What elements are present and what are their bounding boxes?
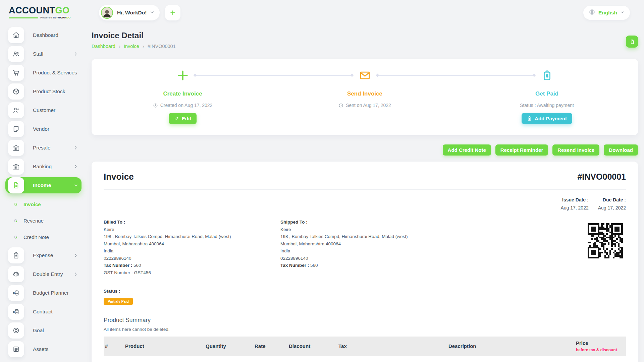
billed-to-name: Keire — [104, 226, 280, 233]
due-date-value: Aug 17, 2022 — [598, 205, 626, 210]
scale-icon — [8, 266, 24, 282]
sidebar-item-dashboard[interactable]: Dashboard — [5, 27, 82, 43]
invoice-timeline-card: Create Invoice Created on Aug 17, 2022 E… — [92, 59, 638, 135]
cell-discount: 0.00$ — [286, 356, 336, 362]
product-summary-note: All items here cannot be deleted. — [104, 327, 626, 332]
edit-invoice-button[interactable]: Edit — [169, 113, 197, 124]
timeline-connector — [377, 75, 535, 76]
billed-to-country: India — [104, 247, 280, 255]
chevron-down-icon — [620, 10, 625, 16]
breadcrumb-dashboard[interactable]: Dashboard — [92, 44, 115, 49]
main-content: Hi, WorkDo! English Invoice Detail Dashb… — [86, 0, 644, 362]
timeline-step-detail: Sent on Aug 17, 2022 — [274, 103, 456, 108]
timeline-step-title: Create Invoice — [92, 90, 274, 97]
language-selector[interactable]: English — [583, 6, 630, 20]
archive-icon — [8, 341, 24, 357]
shipped-to-address1: 198 , Bombay Talkies Compd, Himanshurai … — [280, 233, 584, 240]
sidebar-item-label: Contract — [33, 309, 53, 315]
cell-rate: 90.00$ — [252, 356, 286, 362]
users-icon — [8, 46, 24, 62]
sidebar-item-product-services[interactable]: Product & Services — [5, 65, 82, 81]
sidebar-item-assets[interactable]: Assets — [5, 341, 82, 357]
income-submenu: Invoice Revenue Credit Note — [5, 196, 82, 247]
sidebar-item-budget-planner[interactable]: Budget Planner — [5, 285, 82, 301]
invoice-dates: Issue Date : Aug 17, 2022 Due Date : Aug… — [104, 197, 626, 210]
timeline-step-detail: Created on Aug 17, 2022 — [92, 103, 274, 108]
cell-product: Bicycle Accessories — [122, 356, 203, 362]
sidebar-item-double-entry[interactable]: Double Entry — [5, 266, 82, 282]
product-row: 1 Bicycle Accessories 1 (Pc) 90.00$ 0.00… — [104, 356, 626, 362]
sidebar-item-label: Budget Planner — [33, 290, 69, 296]
cell-tax: CGST (5.5%) 4.95$ — [336, 356, 446, 362]
sidebar-item-goal[interactable]: Goal — [5, 322, 82, 339]
product-table: # Product Quantity Rate Discount Tax Des… — [104, 337, 626, 362]
qr-code — [584, 220, 626, 261]
sidebar-item-label: Expense — [33, 252, 53, 258]
language-label: English — [598, 10, 617, 16]
submenu-item-invoice[interactable]: Invoice — [14, 197, 82, 211]
price-note: before tax & discount — [576, 348, 623, 352]
sidebar-item-contract[interactable]: Contract — [5, 304, 82, 320]
sidebar-item-customer[interactable]: Customer — [5, 102, 82, 118]
page-header: Invoice Detail Dashboard › Invoice › #IN… — [92, 31, 638, 49]
sidebar-item-staff[interactable]: Staff — [5, 46, 82, 62]
user-menu[interactable]: Hi, WorkDo! — [99, 5, 160, 20]
breadcrumb-current: #INVO00001 — [148, 44, 176, 49]
sidebar-item-product-stock[interactable]: Product Stock — [5, 83, 82, 100]
coins-icon — [8, 304, 24, 320]
page-title: Invoice Detail — [92, 31, 638, 40]
chevron-right-icon — [73, 253, 78, 258]
plus-icon — [169, 9, 176, 16]
status-badge: Partialy Paid — [104, 298, 133, 305]
issue-date-value: Aug 17, 2022 — [560, 205, 588, 210]
timeline-step-title: Send Invoice — [274, 90, 456, 97]
sidebar-item-banking[interactable]: Banking — [5, 159, 82, 175]
invoice-actions: Add Credit Note Receipt Reminder Resend … — [92, 144, 638, 156]
globe-icon — [589, 9, 595, 17]
sidebar-nav: Dashboard Staff Product & Services Produ… — [0, 19, 86, 357]
col-description: Description — [446, 337, 573, 356]
invoice-heading: Invoice — [104, 172, 134, 182]
sidebar-item-expense[interactable]: Expense — [5, 247, 82, 263]
add-payment-button[interactable]: Add Payment — [522, 113, 572, 124]
resend-invoice-button[interactable]: Resend Invoice — [552, 144, 599, 156]
user-plus-icon — [8, 102, 24, 118]
brand-secondary: GO — [55, 5, 70, 15]
billed-to-gst: GST Number : GST456 — [104, 269, 280, 277]
add-credit-note-button[interactable]: Add Credit Note — [443, 144, 491, 156]
sidebar-item-label: Presale — [33, 145, 51, 151]
package-icon — [8, 83, 24, 100]
sidebar-item-vendor[interactable]: Vendor — [5, 121, 82, 137]
sidebar-item-label: Staff — [33, 51, 44, 57]
sidebar: ACCOUNTGO Powered By WORKDO Dashboard St… — [0, 0, 86, 362]
app-root: ACCOUNTGO Powered By WORKDO Dashboard St… — [0, 0, 644, 362]
breadcrumb-invoice[interactable]: Invoice — [124, 44, 139, 49]
chevron-right-icon — [73, 52, 78, 56]
shipped-to-label: Shipped To : — [280, 219, 584, 226]
timeline-step-detail: Status : Awaiting payment — [456, 103, 638, 108]
download-button[interactable]: Download — [604, 144, 638, 156]
clipboard-dollar-icon — [527, 116, 532, 121]
bank-icon — [8, 140, 24, 156]
status-label: Status : — [104, 288, 626, 295]
chevron-down-icon — [150, 10, 154, 16]
submenu-item-credit-note[interactable]: Credit Note — [14, 230, 82, 244]
billed-to-tax: Tax Number : 560 — [104, 262, 280, 269]
brand-name: ACCOUNTGO — [9, 5, 70, 15]
note-icon — [8, 121, 24, 137]
receipt-reminder-button[interactable]: Receipt Reminder — [495, 144, 548, 156]
bullet-icon — [13, 202, 18, 206]
col-num: # — [104, 337, 122, 356]
submenu-item-revenue[interactable]: Revenue — [14, 214, 82, 227]
quick-add-button[interactable] — [165, 5, 180, 20]
timeline-step-title: Get Paid — [456, 90, 638, 97]
coins-icon — [8, 285, 24, 301]
sidebar-item-income[interactable]: Income — [5, 177, 82, 193]
clock-icon — [153, 103, 158, 108]
avatar — [101, 7, 113, 19]
sidebar-item-label: Goal — [33, 327, 44, 334]
sidebar-item-presale[interactable]: Presale — [5, 140, 82, 156]
export-document-button[interactable] — [626, 36, 638, 48]
invoice-parties: Billed To : Keire 198 , Bombay Talkies C… — [104, 219, 626, 276]
bullet-icon — [13, 219, 18, 223]
